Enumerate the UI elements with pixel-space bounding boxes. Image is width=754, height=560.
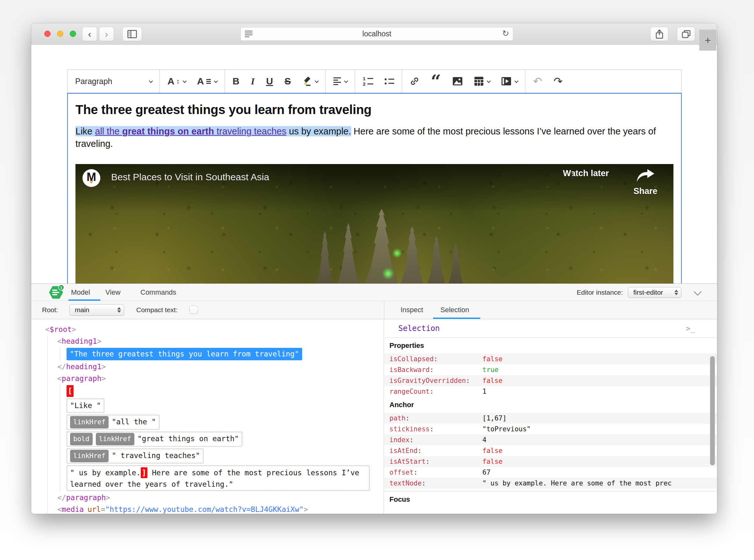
compact-text-checkbox[interactable] bbox=[189, 305, 198, 314]
watch-later-button[interactable]: Watch later bbox=[554, 168, 618, 178]
tab-commands[interactable]: Commands bbox=[140, 284, 176, 301]
undo-button[interactable]: ↶ bbox=[533, 75, 542, 87]
sidebar-button[interactable] bbox=[122, 27, 142, 41]
forward-icon: › bbox=[105, 29, 108, 40]
tab-selection[interactable]: Selection bbox=[440, 301, 469, 319]
property-row: isAtEnd false bbox=[384, 445, 717, 456]
property-row: offset 67 bbox=[384, 467, 717, 478]
insert-table-button[interactable] bbox=[474, 77, 490, 86]
redo-button[interactable]: ↷ bbox=[553, 75, 563, 87]
property-value: [1,67] bbox=[483, 415, 717, 422]
zoom-button[interactable] bbox=[70, 31, 76, 37]
editor-instance-select[interactable]: first-editor bbox=[628, 287, 681, 298]
block-quote-button[interactable]: “ bbox=[431, 76, 441, 87]
tree-node-media-open[interactable]: mediaurl"https://www.youtube.com/watch?v… bbox=[57, 504, 384, 514]
bulleted-list-button[interactable] bbox=[385, 78, 394, 84]
back-button[interactable]: ‹ bbox=[82, 27, 97, 41]
tab-overview-icon bbox=[682, 30, 691, 38]
tree-node-heading1-open[interactable]: heading1 bbox=[57, 336, 384, 347]
italic-button[interactable]: I bbox=[251, 76, 255, 87]
new-tab-button[interactable]: + bbox=[699, 29, 716, 51]
text-selection: Like all the great things on earth trave… bbox=[76, 126, 351, 136]
media-url-value: "https://www.youtube.com/watch?v=BLJ4GKK… bbox=[105, 505, 304, 514]
attribute-badge-bold: bold bbox=[70, 433, 93, 445]
sidebar-icon bbox=[127, 30, 137, 38]
strikethrough-button[interactable]: S bbox=[284, 76, 291, 87]
text-link[interactable]: traveling teaches bbox=[214, 126, 286, 136]
property-key: rangeCount bbox=[389, 388, 483, 395]
root-select[interactable]: main bbox=[69, 304, 124, 316]
numbered-list-button[interactable]: 1 2 bbox=[363, 77, 373, 86]
font-family-button[interactable]: A bbox=[197, 76, 217, 87]
property-row: isGravityOverridden false bbox=[384, 375, 717, 386]
share-icon bbox=[656, 29, 663, 39]
tab-view[interactable]: View bbox=[105, 284, 120, 301]
video-share-button[interactable]: Share bbox=[623, 168, 668, 196]
table-icon bbox=[474, 77, 484, 86]
text-link-bold[interactable]: great things on earth bbox=[122, 126, 214, 136]
log-to-console-button[interactable]: >_ bbox=[686, 319, 695, 338]
tree-selected-text-node[interactable]: "The three greatest things you learn fro… bbox=[66, 348, 302, 360]
highlight-button[interactable] bbox=[302, 76, 318, 86]
tree-node-heading1-close[interactable]: heading1 bbox=[57, 361, 384, 373]
reader-mode-icon[interactable] bbox=[245, 31, 252, 38]
highlighter-icon bbox=[302, 76, 312, 86]
ckeditor-logo-icon[interactable]: 5 bbox=[49, 286, 63, 299]
attribute-badge-linkhref: linkHref bbox=[70, 416, 108, 428]
chevron-down-icon bbox=[487, 79, 491, 83]
video-title[interactable]: Best Places to Visit in Southeast Asia bbox=[111, 172, 269, 182]
text-alignment-button[interactable] bbox=[333, 76, 347, 86]
minimize-button[interactable] bbox=[57, 31, 63, 37]
select-arrows-icon bbox=[117, 307, 121, 313]
temple-tower bbox=[398, 226, 426, 292]
inspector-header: 5 Model View Commands Editor instance: f… bbox=[31, 284, 717, 301]
select-arrows-icon bbox=[674, 290, 678, 295]
document-heading: The three greatest things you learn from… bbox=[76, 103, 673, 117]
channel-avatar[interactable]: M v bbox=[82, 169, 100, 187]
selection-start-marker: [ bbox=[66, 385, 74, 397]
tree-text-node[interactable]: " us by example.] Here are some of the m… bbox=[66, 465, 370, 491]
anchor-table: path [1,67] stickiness "toPrevious" inde… bbox=[384, 413, 717, 489]
tab-inspect[interactable]: Inspect bbox=[401, 301, 423, 319]
property-key: isGravityOverridden bbox=[389, 377, 483, 384]
bold-button[interactable]: B bbox=[232, 76, 240, 87]
tree-text-node[interactable]: boldlinkHref"great things on earth" bbox=[66, 432, 242, 446]
tab-model[interactable]: Model bbox=[71, 284, 90, 301]
paragraph-style-dropdown[interactable]: Paragraph bbox=[67, 70, 160, 93]
tree-node-paragraph-open[interactable]: paragraph bbox=[57, 373, 384, 384]
tree-text-node[interactable]: linkHref" traveling teaches" bbox=[66, 448, 203, 463]
text-link[interactable]: all the bbox=[95, 126, 122, 136]
tree-node-root[interactable]: $root bbox=[45, 324, 384, 336]
media-embed-icon bbox=[501, 77, 511, 86]
property-value: 1 bbox=[483, 388, 717, 395]
bulleted-list-icon bbox=[385, 78, 394, 84]
browser-viewport: Paragraph A ↕ A B I U S bbox=[31, 45, 717, 514]
refresh-icon[interactable]: ↻ bbox=[502, 29, 509, 39]
editor-editable-area[interactable]: The three greatest things you learn from… bbox=[67, 93, 682, 316]
tree-text-node[interactable]: linkHref"all the " bbox=[66, 415, 160, 430]
tree-node-paragraph-close[interactable]: paragraph bbox=[57, 492, 384, 504]
embedded-video[interactable]: M v Best Places to Visit in Southeast As… bbox=[76, 164, 673, 301]
link-button[interactable] bbox=[410, 77, 419, 86]
panel-scrollbar-thumb[interactable] bbox=[710, 356, 715, 465]
temple-tower bbox=[425, 236, 448, 292]
property-row: path [1,67] bbox=[384, 413, 717, 424]
property-row: index 4 bbox=[384, 435, 717, 445]
underline-button[interactable]: U bbox=[266, 76, 273, 87]
font-size-button[interactable]: A ↕ bbox=[167, 76, 186, 87]
insert-image-button[interactable] bbox=[452, 77, 463, 86]
property-key: isAtStart bbox=[389, 458, 483, 465]
share-button[interactable] bbox=[650, 27, 668, 41]
tab-overview-button[interactable] bbox=[677, 27, 695, 41]
property-value: false bbox=[483, 458, 717, 465]
address-bar[interactable]: localhost ↻ bbox=[240, 27, 513, 41]
insert-media-button[interactable] bbox=[501, 77, 517, 86]
back-icon: ‹ bbox=[88, 29, 91, 40]
forward-button[interactable]: › bbox=[99, 27, 114, 41]
selection-panel-title: Selection bbox=[398, 319, 440, 338]
close-button[interactable] bbox=[44, 31, 50, 37]
collapse-inspector-icon[interactable] bbox=[693, 288, 701, 296]
property-row: isCollapsed false bbox=[384, 354, 717, 364]
align-left-icon bbox=[333, 76, 341, 86]
tree-text-node[interactable]: "Like " bbox=[66, 399, 104, 413]
